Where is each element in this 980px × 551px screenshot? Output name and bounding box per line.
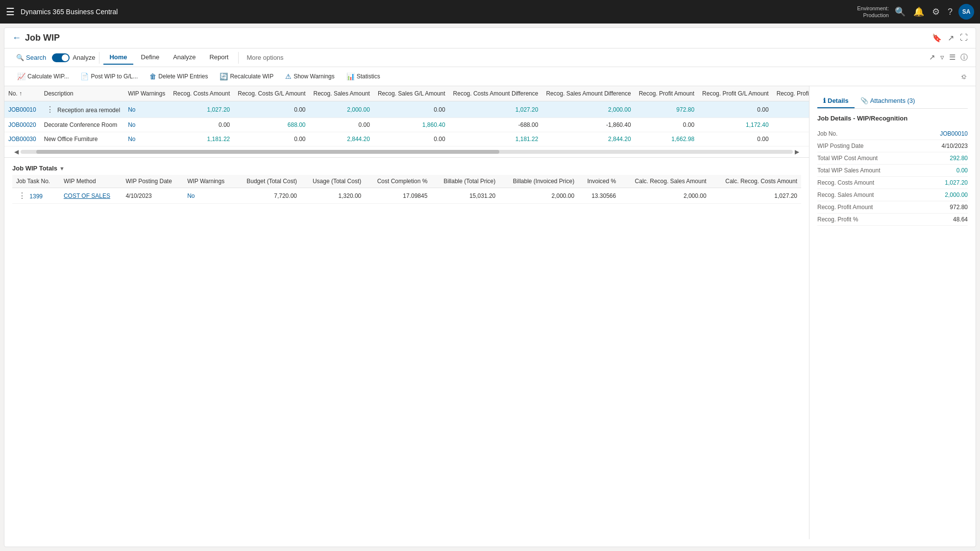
avatar[interactable]: SA (958, 4, 974, 20)
col-header-description[interactable]: Description (40, 86, 124, 101)
tab-report[interactable]: Report (203, 50, 234, 65)
col-header-no[interactable]: No. ↑ (4, 86, 40, 101)
top-navigation: ☰ Dynamics 365 Business Central Environm… (0, 0, 980, 24)
show-warnings-button[interactable]: ⚠ Show Warnings (280, 70, 340, 83)
search-icon-ribbon: 🔍 (16, 54, 24, 61)
info-icon[interactable]: ⓘ (960, 53, 968, 62)
tab-analyze[interactable]: Analyze (167, 50, 201, 65)
totals-col-billable-invoiced[interactable]: Billable (Invoiced Price) (499, 175, 578, 188)
totals-col-cost-pct[interactable]: Cost Completion % (365, 175, 431, 188)
help-icon[interactable]: ? (948, 7, 953, 17)
recalculate-wip-button[interactable]: 🔄 Recalculate WIP (215, 70, 278, 83)
table-row[interactable]: JOB00030New Office FurnitureNo1,181.220.… (4, 132, 809, 146)
detail-value: 4/10/2023 (942, 143, 968, 149)
col-header-recog-costs[interactable]: Recog. Costs Amount (169, 86, 234, 101)
tab-attachments[interactable]: 📎 Attachments (3) (855, 94, 921, 108)
col-header-recog-costs-diff[interactable]: Recog. Costs Amount Difference (449, 86, 542, 101)
share-icon2[interactable]: ↗ (929, 53, 935, 62)
scroll-left-arrow[interactable]: ◀ (12, 148, 21, 155)
col-header-recog-costs-gl[interactable]: Recog. Costs G/L Amount (234, 86, 309, 101)
totals-context-menu[interactable]: ⋮ (16, 191, 28, 201)
right-panel: ℹ Details 📎 Attachments (3) Job Details … (809, 86, 976, 539)
table-row[interactable]: JOB00020Decorate Conference RoomNo0.0068… (4, 118, 809, 132)
ribbon-separator (99, 52, 99, 64)
panel-section-title: Job Details - WIP/Recognition (817, 115, 968, 122)
job-no-cell[interactable]: JOB00020 (4, 118, 40, 132)
detail-value[interactable]: JOB00010 (940, 130, 968, 137)
main-table: No. ↑ Description WIP Warnings Recog. Co… (4, 86, 809, 146)
scroll-thumb[interactable] (36, 150, 500, 154)
table-row[interactable]: JOB00010⋮ Reception area remodelNo1,027.… (4, 101, 809, 118)
scroll-right-arrow[interactable]: ▶ (793, 148, 801, 155)
posting-date-cell: 4/10/2023 (122, 188, 183, 204)
totals-col-wip-warnings[interactable]: WIP Warnings (183, 175, 235, 188)
analyze-toggle-switch[interactable] (52, 53, 70, 62)
totals-col-calc-recog-costs[interactable]: Calc. Recog. Costs Amount (710, 175, 801, 188)
job-no-link[interactable]: JOB00020 (8, 121, 36, 128)
settings-icon[interactable]: ⚙ (932, 6, 940, 17)
col-header-recog-profit-gl[interactable]: Recog. Profit G/L Amount (698, 86, 773, 101)
action-bar-settings[interactable]: ⛭ (960, 72, 968, 81)
detail-label: Recog. Profit % (817, 216, 858, 223)
totals-col-usage[interactable]: Usage (Total Cost) (301, 175, 365, 188)
detail-value: 0.00 (956, 167, 968, 174)
back-button[interactable]: ← (12, 33, 21, 43)
col-header-recog-sales[interactable]: Recog. Sales Amount (310, 86, 374, 101)
job-no-link[interactable]: JOB00030 (8, 136, 36, 143)
table-area[interactable]: No. ↑ Description WIP Warnings Recog. Co… (4, 86, 809, 539)
col-header-recog-profit[interactable]: Recog. Profit Amount (635, 86, 698, 101)
col-header-recog-profit-diff[interactable]: Recog. Profit Amount Difference (773, 86, 809, 101)
page-header-icons: 🔖 ↗ ⛶ (932, 33, 968, 43)
bookmark-icon[interactable]: 🔖 (932, 33, 942, 43)
detail-value: 1,027.20 (945, 179, 968, 186)
list-icon[interactable]: ☰ (949, 53, 956, 62)
notification-icon[interactable]: 🔔 (913, 6, 924, 17)
tab-define[interactable]: Define (135, 50, 166, 65)
totals-col-billable-total[interactable]: Billable (Total Price) (431, 175, 499, 188)
share-icon[interactable]: ↗ (948, 33, 954, 43)
job-no-link[interactable]: JOB00010 (8, 106, 36, 113)
totals-row[interactable]: ⋮ 1399COST OF SALES4/10/2023No7,720.001,… (12, 188, 801, 204)
detail-row: Total WIP Sales Amount0.00 (817, 165, 968, 177)
col-header-wip-warnings[interactable]: WIP Warnings (124, 86, 169, 101)
context-menu-button[interactable]: ⋮ (44, 104, 56, 115)
detail-value: 2,000.00 (945, 192, 968, 198)
horizontal-scrollbar[interactable]: ◀ ▶ (4, 146, 809, 158)
tab-details[interactable]: ℹ Details (817, 94, 855, 108)
search-icon[interactable]: 🔍 (895, 6, 906, 17)
detail-value: 48.64 (953, 216, 968, 223)
totals-col-wip-method[interactable]: WIP Method (60, 175, 122, 188)
totals-col-job-task[interactable]: Job Task No. (12, 175, 60, 188)
col-header-recog-sales-gl[interactable]: Recog. Sales G/L Amount (374, 86, 449, 101)
hamburger-menu[interactable]: ☰ (6, 6, 15, 18)
description-cell: Decorate Conference Room (40, 118, 124, 132)
calculate-wip-button[interactable]: 📈 Calculate WIP... (12, 70, 74, 83)
numeric-cell: 0.00 (698, 101, 773, 118)
numeric-cell: 972.80 (773, 101, 809, 118)
totals-numeric-cell: 13.30566 (578, 188, 620, 204)
scroll-track[interactable] (21, 150, 793, 154)
job-no-cell[interactable]: JOB00030 (4, 132, 40, 146)
post-wip-button[interactable]: 📄 Post WIP to G/L... (75, 70, 143, 83)
search-tab[interactable]: 🔍 Search (12, 52, 50, 63)
cost-of-sales-link[interactable]: COST OF SALES (64, 192, 110, 199)
numeric-cell: 1,027.20 (449, 101, 542, 118)
page-title: Job WIP (25, 33, 928, 43)
expand-icon[interactable]: ⛶ (960, 33, 968, 43)
col-header-recog-sales-diff[interactable]: Recog. Sales Amount Difference (542, 86, 635, 101)
more-options-tab[interactable]: More options (243, 52, 287, 63)
totals-col-calc-recog-sales[interactable]: Calc. Recog. Sales Amount (620, 175, 710, 188)
totals-header[interactable]: Job WIP Totals ▼ (12, 162, 801, 175)
statistics-button[interactable]: 📊 Statistics (342, 70, 385, 83)
filter-icon[interactable]: ▿ (940, 53, 944, 62)
totals-col-invoiced-pct[interactable]: Invoiced % (578, 175, 620, 188)
tab-home[interactable]: Home (103, 50, 133, 65)
totals-numeric-cell: 15,031.20 (431, 188, 499, 204)
delete-wip-button[interactable]: 🗑 Delete WIP Entries (145, 70, 213, 83)
main-content: No. ↑ Description WIP Warnings Recog. Co… (4, 86, 976, 539)
totals-col-budget[interactable]: Budget (Total Cost) (235, 175, 301, 188)
totals-job-task-cell[interactable]: ⋮ 1399 (12, 188, 60, 204)
ribbon-tabs: 🔍 Search Analyze Home Define Analyze Rep… (4, 48, 976, 67)
row-context-dots[interactable]: JOB00010 (4, 101, 40, 118)
totals-col-posting-date[interactable]: WIP Posting Date (122, 175, 183, 188)
